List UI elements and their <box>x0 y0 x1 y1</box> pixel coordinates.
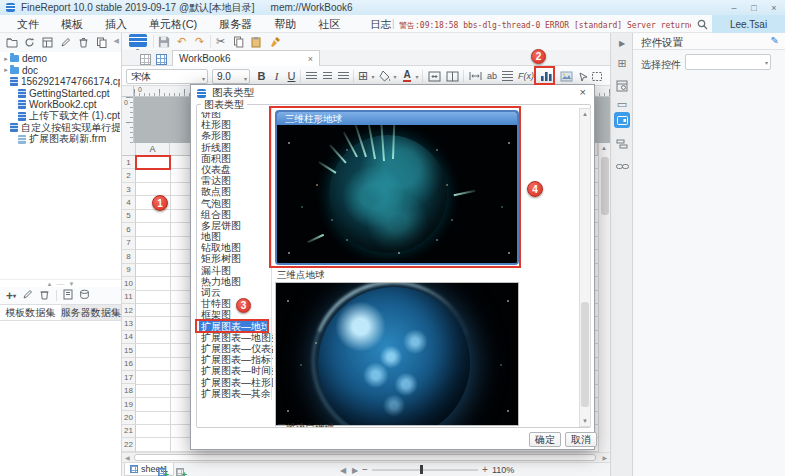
chart-type-item[interactable]: 词云 <box>199 287 269 298</box>
image-button[interactable] <box>558 68 574 84</box>
scroll-left-icon[interactable]: ◀ <box>125 454 130 461</box>
row-header[interactable]: 14 <box>122 331 136 344</box>
chart-type-item[interactable]: 气泡图 <box>199 198 269 209</box>
zoom-slider-track[interactable] <box>372 469 478 471</box>
row-header[interactable]: 1 <box>122 156 136 169</box>
dialog-scrollbar[interactable]: ▲ ▼ <box>579 108 591 427</box>
scroll-down-icon[interactable]: ▼ <box>581 418 589 424</box>
row-header[interactable]: 3 <box>122 183 136 196</box>
align-center-icon[interactable] <box>320 68 335 84</box>
undo-icon[interactable]: ↶ <box>174 34 189 49</box>
row-header[interactable]: 19 <box>122 398 136 411</box>
chart-type-item[interactable]: 仪表盘 <box>199 164 269 175</box>
preview-dataset-icon[interactable] <box>63 289 73 302</box>
row-header[interactable]: 18 <box>122 384 136 397</box>
log-link[interactable]: 日志 <box>370 18 391 32</box>
chart-type-item[interactable]: 面积图 <box>199 153 269 164</box>
chart-type-item[interactable]: 多层饼图 <box>199 220 269 231</box>
chart-type-item[interactable]: 扩展图表—仪表盘类 <box>199 343 269 354</box>
search-icon[interactable] <box>697 19 708 30</box>
widget-select[interactable]: ▾ <box>685 54 771 70</box>
tree-item[interactable]: WorkBook2.cpt <box>2 99 120 111</box>
row-header[interactable]: 8 <box>122 250 136 263</box>
line-spacing-icon[interactable] <box>500 68 515 84</box>
chart-type-item[interactable]: 矩形树图 <box>199 253 269 264</box>
chart-type-item[interactable]: 扩展图表—指标卡类 <box>199 354 269 365</box>
text-control-icon[interactable]: ab <box>484 68 500 84</box>
vertical-scrollbar[interactable]: ▲ <box>598 143 610 452</box>
copy-icon[interactable] <box>231 34 246 49</box>
prev-sheet-icon[interactable]: ◀ <box>340 466 346 475</box>
rename-icon[interactable] <box>59 36 72 49</box>
menu-item[interactable]: 插入 <box>94 17 138 32</box>
dialog-scroll-thumb[interactable] <box>581 302 589 407</box>
chart-type-item[interactable]: 组合图 <box>199 209 269 220</box>
refresh-icon[interactable] <box>23 36 36 49</box>
new-folder-icon[interactable] <box>5 36 18 49</box>
underline-button[interactable]: U <box>285 68 298 84</box>
border-icon[interactable]: ⊞ <box>356 68 370 84</box>
maximize-icon[interactable]: □ <box>747 3 761 13</box>
align-left-icon[interactable] <box>304 68 319 84</box>
format-painter-icon[interactable] <box>267 34 282 49</box>
user-account-button[interactable]: Lee.Tsai <box>712 15 785 33</box>
tree-item[interactable]: GettingStarted.cpt <box>2 88 120 100</box>
next-sheet-icon[interactable]: ▶ <box>352 466 358 475</box>
vertical-scroll-thumb[interactable] <box>601 157 609 215</box>
select-all-corner[interactable] <box>122 143 136 155</box>
tree-caret-icon[interactable]: ▸ <box>2 66 10 74</box>
zoom-in-button[interactable]: + <box>482 464 488 475</box>
border-caret-icon[interactable]: ▾ <box>369 68 377 84</box>
chart-type-item[interactable]: 扩展图表—时间类 <box>199 365 269 376</box>
data-connection-icon[interactable] <box>79 289 90 302</box>
font-size-select[interactable]: 9.0 ▾ <box>212 69 250 84</box>
italic-button[interactable]: I <box>270 68 283 84</box>
preview-point-globe[interactable] <box>275 282 519 426</box>
widget-settings-icon[interactable] <box>614 112 630 128</box>
edit-dataset-icon[interactable] <box>22 289 33 302</box>
cell-attribute-icon[interactable] <box>614 78 630 94</box>
fill-caret-icon[interactable]: ▾ <box>391 68 399 84</box>
row-header[interactable]: 21 <box>122 425 136 438</box>
chart-type-item[interactable]: 散点图 <box>199 186 269 197</box>
scroll-up-icon[interactable]: ▲ <box>581 111 589 117</box>
copy-template-icon[interactable] <box>95 36 108 49</box>
row-header[interactable]: 11 <box>122 290 136 303</box>
tree-item[interactable]: ▸ demo <box>2 53 120 65</box>
menu-item[interactable]: 模板 <box>50 17 94 32</box>
zoom-level[interactable]: 110% <box>492 465 514 475</box>
tree-item[interactable]: 扩展图表刷新.frm <box>2 134 120 146</box>
row-header[interactable]: 2 <box>122 169 136 182</box>
row-header[interactable]: 10 <box>122 277 136 290</box>
row-header[interactable]: 15 <box>122 344 136 357</box>
delete-dataset-icon[interactable] <box>39 289 50 302</box>
dialog-title-bar[interactable]: 图表类型 × <box>191 85 594 101</box>
row-header[interactable]: 20 <box>122 411 136 424</box>
float-element-icon[interactable] <box>590 68 604 84</box>
hyperlink-icon[interactable] <box>614 158 630 174</box>
formula-icon[interactable]: F(x) <box>516 68 536 84</box>
tree-item[interactable]: 1562921474766174.cpt <box>2 76 120 88</box>
row-header[interactable]: 16 <box>122 358 136 371</box>
row-header[interactable]: 6 <box>122 223 136 236</box>
dialog-close-icon[interactable]: × <box>580 86 586 98</box>
template-type-icon[interactable] <box>129 34 147 47</box>
row-header[interactable]: 9 <box>122 264 136 277</box>
scroll-right-icon[interactable]: ▶ <box>602 454 607 461</box>
chart-type-item[interactable]: 雷达图 <box>199 175 269 186</box>
minimize-icon[interactable]: – <box>727 3 741 13</box>
merge-cells-icon[interactable] <box>426 68 442 84</box>
row-header[interactable]: 7 <box>122 237 136 250</box>
chart-type-item[interactable]: 钻取地图 <box>199 242 269 253</box>
collapse-panel-icon[interactable]: ▶ <box>614 35 630 51</box>
add-dataset-icon[interactable]: +▾ <box>6 289 16 303</box>
tree-item[interactable]: 上传下载文件 (1).cpt <box>2 111 120 123</box>
chart-type-item[interactable]: 条形图 <box>199 130 269 141</box>
condition-attribute-icon[interactable] <box>614 136 630 152</box>
menu-item[interactable]: 帮助 <box>263 17 307 32</box>
chart-type-item[interactable]: 扩展图表—柱形图类 <box>199 377 269 388</box>
collapse-sidebar-icon[interactable]: ◀ <box>114 37 119 45</box>
tab-close-icon[interactable]: × <box>308 54 313 64</box>
font-family-select[interactable]: 宋体 ▾ <box>126 69 208 84</box>
row-header[interactable]: 17 <box>122 371 136 384</box>
